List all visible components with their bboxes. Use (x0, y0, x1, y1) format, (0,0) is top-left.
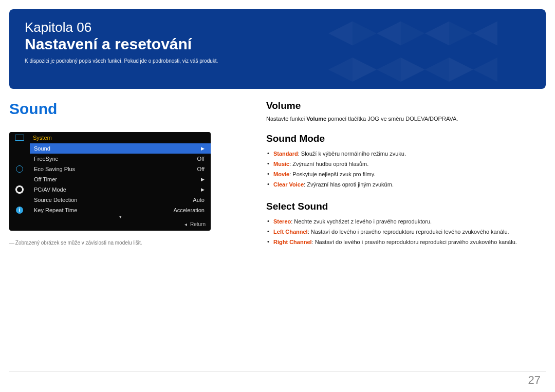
footer-rule (9, 371, 546, 371)
osd-row-label: Eco Saving Plus (34, 166, 75, 172)
osd-return-label[interactable]: Return (190, 221, 206, 227)
heading-select-sound: Select Sound (266, 201, 546, 212)
osd-footnote: ― Zobrazený obrázek se může v závislosti… (9, 238, 210, 246)
right-column: Volume Nastavte funkci Volume pomocí tla… (266, 100, 546, 247)
chevron-right-icon: ▶ (201, 177, 205, 182)
brightness-icon (16, 165, 23, 173)
heading-volume: Volume (266, 100, 546, 111)
page-number: 27 (528, 374, 541, 387)
osd-row-label: Off Timer (34, 176, 57, 182)
osd-screenshot: System i Sound ▶ FreeSync (9, 132, 211, 231)
select-sound-list: Stereo: Nechte zvuk vycházet z levého i … (266, 216, 546, 247)
osd-row-source[interactable]: Source Detection Auto (30, 195, 211, 205)
osd-row-label: Sound (34, 145, 50, 152)
osd-row-label: FreeSync (34, 156, 58, 162)
list-item: Movie: Poskytuje nejlepší zvuk pro filmy… (266, 169, 546, 179)
osd-row-value: Auto (193, 197, 205, 203)
chapter-number: Kapitola 06 (25, 20, 530, 35)
list-item: Stereo: Nechte zvuk vycházet z levého i … (266, 216, 546, 227)
footnote-dash: ― (9, 240, 14, 246)
volume-description: Nastavte funkci Volume pomocí tlačítka J… (266, 116, 546, 122)
list-item: Clear Voice: Zvýrazní hlas oproti jiným … (266, 179, 546, 190)
list-item: Right Channel: Nastaví do levého i pravé… (266, 237, 546, 247)
monitor-icon (15, 135, 24, 141)
chevron-left-icon: ◂ (184, 221, 187, 227)
info-icon: i (16, 207, 23, 214)
left-column: Sound System i Sound ▶ (9, 100, 251, 247)
osd-row-label: Key Repeat Time (34, 207, 77, 213)
osd-row-eco[interactable]: Eco Saving Plus Off (30, 164, 211, 174)
list-item: Music: Zvýrazní hudbu oproti hlasům. (266, 159, 546, 169)
osd-row-freesync[interactable]: FreeSync Off (30, 154, 211, 164)
osd-row-pcav[interactable]: PC/AV Mode ▶ (30, 184, 211, 195)
footnote-text: Zobrazený obrázek se může v závislosti n… (14, 240, 142, 246)
chapter-hero: Kapitola 06 Nastavení a resetování K dis… (9, 9, 546, 89)
osd-row-value: Acceleration (173, 207, 205, 213)
gear-icon (16, 186, 23, 193)
list-item: Left Channel: Nastaví do levého i pravéh… (266, 227, 546, 237)
chevron-right-icon: ▶ (201, 187, 205, 192)
osd-row-value: Off (197, 156, 205, 162)
osd-row-offtimer[interactable]: Off Timer ▶ (30, 174, 211, 184)
heading-sound-mode: Sound Mode (266, 133, 546, 144)
sound-mode-list: Standard: Slouží k výběru normálního rež… (266, 148, 546, 190)
chevron-right-icon: ▶ (201, 146, 205, 151)
section-heading-sound: Sound (9, 100, 251, 118)
osd-footer: ◂ Return (9, 219, 211, 229)
osd-icon-sidebar: i (9, 143, 30, 215)
chapter-title: Nastavení a resetování (25, 35, 530, 53)
osd-row-value: Off (197, 166, 205, 172)
list-item: Standard: Slouží k výběru normálního rež… (266, 148, 546, 159)
osd-row-sound[interactable]: Sound ▶ (30, 143, 211, 154)
chapter-subtitle: K dispozici je podrobný popis všech funk… (25, 58, 530, 64)
osd-header: System (30, 132, 211, 143)
osd-row-label: PC/AV Mode (34, 186, 66, 193)
osd-row-keyrepeat[interactable]: Key Repeat Time Acceleration (30, 205, 211, 215)
osd-menu-rows: Sound ▶ FreeSync Off Eco Saving Plus Off… (9, 143, 211, 215)
chevron-down-icon: ▾ (30, 214, 211, 219)
osd-row-label: Source Detection (34, 197, 77, 203)
